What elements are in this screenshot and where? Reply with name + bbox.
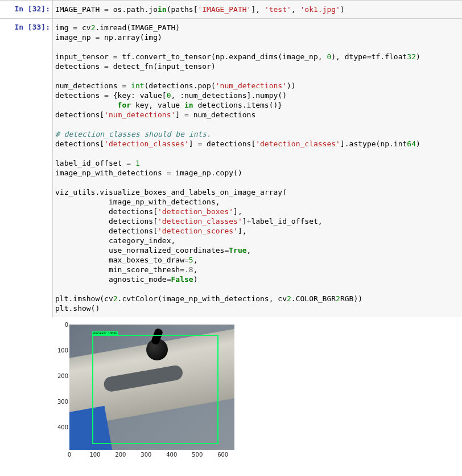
detection-box (92, 335, 218, 444)
code-cell-32: In [32]: IMAGE_PATH = os.path.join(paths… (0, 0, 462, 18)
y-tick-label: 400 (51, 424, 68, 430)
x-tick-label: 100 (86, 452, 104, 458)
x-tick-label: 400 (163, 452, 180, 458)
code-input[interactable]: IMAGE_PATH = os.path.join(paths['IMAGE_P… (52, 1, 462, 18)
x-tick-label: 300 (138, 452, 155, 458)
plot-image: dinrailok: 100% (69, 325, 234, 450)
x-tick-label: 500 (189, 452, 206, 458)
code-input[interactable]: img = cv2.imread(IMAGE_PATH) image_np = … (52, 19, 462, 317)
output-area: dinrailok: 100% 0100200300400 0100200300… (50, 317, 462, 469)
matplotlib-figure: dinrailok: 100% 0100200300400 0100200300… (52, 322, 240, 464)
x-tick-label: 200 (112, 452, 129, 458)
code-cell-33: In [33]: img = cv2.imread(IMAGE_PATH) im… (0, 18, 462, 317)
x-tick-label: 600 (214, 452, 232, 458)
y-tick-label: 0 (51, 322, 68, 328)
x-tick-label: 0 (61, 452, 78, 458)
y-tick-label: 100 (51, 347, 68, 354)
input-prompt: In [33]: (0, 19, 52, 317)
y-tick-label: 300 (51, 399, 68, 405)
y-tick-label: 200 (51, 373, 68, 379)
input-prompt: In [32]: (0, 1, 52, 18)
detection-label: dinrailok: 100% (92, 331, 118, 335)
